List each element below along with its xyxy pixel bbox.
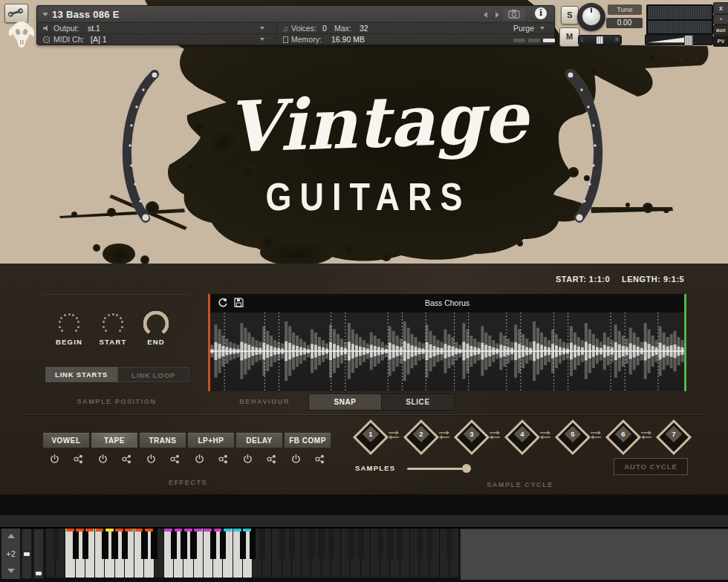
pan-slider[interactable]: L R xyxy=(578,35,622,45)
samples-slider-knob[interactable] xyxy=(462,464,471,473)
minimize-button[interactable]: - xyxy=(713,14,728,24)
instrument-name[interactable]: 13 Bass 086 E xyxy=(52,9,120,20)
link-loop-button[interactable]: LINK LOOP xyxy=(117,367,189,382)
pv-button[interactable]: PV xyxy=(713,36,728,47)
piano-key-black[interactable] xyxy=(141,529,147,559)
link-starts-button[interactable]: LINK STARTS xyxy=(45,367,117,382)
cycle-step-4[interactable]: 4 xyxy=(504,419,540,455)
piano-key-black[interactable] xyxy=(73,529,79,559)
fx-tab-delay[interactable]: DELAY xyxy=(236,433,282,448)
max-value[interactable]: 32 xyxy=(360,24,368,33)
piano-key-black[interactable] xyxy=(122,529,128,559)
piano-key-black[interactable] xyxy=(417,529,423,559)
midi-icon xyxy=(43,36,50,43)
piano-key-black[interactable] xyxy=(328,529,334,559)
piano-key-black[interactable] xyxy=(259,529,265,559)
fx-power-icon[interactable] xyxy=(243,454,253,464)
fx-power-icon[interactable] xyxy=(291,454,302,464)
cycle-step-5[interactable]: 5 xyxy=(555,419,591,455)
next-instrument-icon[interactable] xyxy=(495,12,499,18)
cycle-step-1[interactable]: 1 xyxy=(353,419,389,455)
fx-randomize-icon[interactable] xyxy=(170,454,181,464)
piano-key-black[interactable] xyxy=(308,529,314,559)
begin-knob[interactable] xyxy=(56,311,82,336)
auto-cycle-button[interactable]: AUTO CYCLE xyxy=(614,458,688,475)
piano-key-black[interactable] xyxy=(240,529,246,559)
fx-randomize-icon[interactable] xyxy=(74,454,84,464)
cycle-step-6[interactable]: 6 xyxy=(605,419,641,455)
fx-tab-fb-comp[interactable]: FB COMP xyxy=(285,433,331,448)
fx-tab-vowel[interactable]: VOWEL xyxy=(43,433,89,448)
piano-key-black[interactable] xyxy=(190,529,196,559)
piano-key-black[interactable] xyxy=(250,529,256,559)
piano-key-black[interactable] xyxy=(82,529,88,559)
piano-key-black[interactable] xyxy=(171,529,177,559)
key-marker-cyan xyxy=(233,529,241,532)
key-marker-red xyxy=(135,529,143,532)
close-button[interactable]: x xyxy=(713,2,728,14)
output-dropdown-icon[interactable] xyxy=(260,27,264,30)
output-value[interactable]: st.1 xyxy=(88,24,100,33)
cycle-step-2[interactable]: 2 xyxy=(403,419,439,455)
collapse-chevron-icon[interactable] xyxy=(42,13,48,16)
piano-key-black[interactable] xyxy=(181,529,186,559)
fx-tab-trans[interactable]: TRANS xyxy=(140,433,186,448)
volume-handle[interactable] xyxy=(684,35,693,46)
fx-tab-tape[interactable]: TAPE xyxy=(91,433,137,448)
end-knob[interactable] xyxy=(143,311,169,336)
fx-power-icon[interactable] xyxy=(146,454,157,464)
pan-handle[interactable] xyxy=(597,36,603,44)
piano-key-black[interactable] xyxy=(348,529,354,559)
prev-instrument-icon[interactable] xyxy=(484,12,487,18)
fx-randomize-icon[interactable] xyxy=(218,454,229,464)
instrument-title-caps: GUITARS xyxy=(257,175,470,220)
instrument-header-strip: 13 Bass 086 E Output: st.1 MIDI Ch: [A] … xyxy=(36,5,555,45)
tune-value[interactable]: 0.00 xyxy=(606,18,643,28)
fx-randomize-icon[interactable] xyxy=(267,454,277,464)
transpose-down-icon[interactable] xyxy=(7,569,15,573)
solo-button[interactable]: S xyxy=(561,6,579,24)
fx-randomize-icon[interactable] xyxy=(315,454,325,464)
mod-wheel[interactable] xyxy=(33,529,44,579)
piano-key-black[interactable] xyxy=(426,529,432,559)
volume-slider[interactable] xyxy=(645,34,713,45)
midi-value[interactable]: [A] 1 xyxy=(91,35,107,44)
piano-key-black[interactable] xyxy=(279,529,285,559)
piano-keys[interactable] xyxy=(46,529,459,579)
piano-key-black[interactable] xyxy=(210,529,216,559)
midi-dropdown-icon[interactable] xyxy=(260,38,264,41)
key-marker-red xyxy=(125,529,133,532)
piano-key-black[interactable] xyxy=(151,529,157,559)
mute-button[interactable]: M xyxy=(559,27,579,47)
transpose-up-icon[interactable] xyxy=(7,534,15,538)
info-button[interactable]: i xyxy=(535,7,547,19)
snap-button[interactable]: SNAP xyxy=(308,393,382,411)
slice-button[interactable]: SLICE xyxy=(381,393,455,411)
piano-key-black[interactable] xyxy=(357,529,363,559)
start-knob[interactable] xyxy=(100,311,126,336)
piano-key-black[interactable] xyxy=(387,529,393,559)
piano-key-black[interactable] xyxy=(289,529,295,559)
fx-randomize-icon[interactable] xyxy=(122,454,132,464)
piano-key-black[interactable] xyxy=(397,529,403,559)
fx-tab-lp-hp[interactable]: LP+HP xyxy=(188,433,234,448)
pitch-wheel[interactable] xyxy=(22,529,32,579)
piano-key-black[interactable] xyxy=(377,529,383,559)
aux-button[interactable]: aux xyxy=(713,24,728,36)
waveform-display[interactable] xyxy=(210,313,684,391)
piano-key-black[interactable] xyxy=(102,529,108,559)
camera-icon xyxy=(503,8,525,20)
piano-key-black[interactable] xyxy=(446,529,452,559)
piano-key-black[interactable] xyxy=(318,529,324,559)
fx-power-icon[interactable] xyxy=(98,454,108,464)
end-marker[interactable] xyxy=(684,294,686,391)
piano-key-black[interactable] xyxy=(53,529,59,559)
cycle-step-7[interactable]: 7 xyxy=(656,419,692,455)
piano-key-black[interactable] xyxy=(111,529,117,559)
fx-power-icon[interactable] xyxy=(195,454,205,464)
fx-power-icon[interactable] xyxy=(50,454,60,464)
snapshot-camera-button[interactable] xyxy=(503,8,525,20)
cycle-step-3[interactable]: 3 xyxy=(454,419,490,455)
piano-key-black[interactable] xyxy=(220,529,226,559)
purge-menu[interactable]: Purge xyxy=(513,24,534,33)
